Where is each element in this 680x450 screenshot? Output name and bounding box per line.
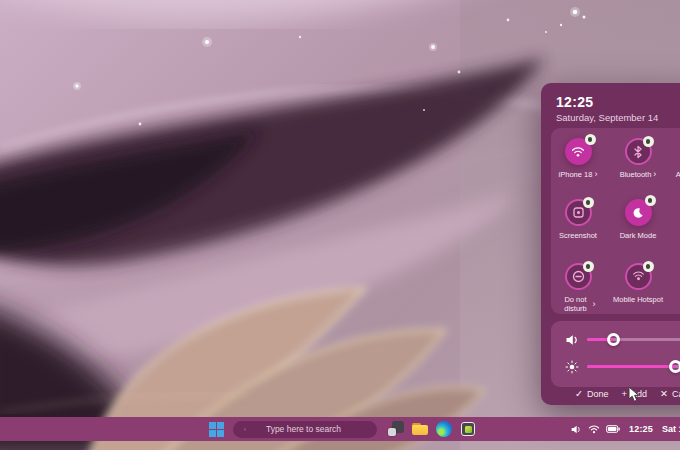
bluetooth-icon [625,138,652,165]
mobile-hotspot-icon [625,263,652,290]
panel-clock: 12:25 [556,94,593,110]
plus-icon: + [621,388,627,399]
tile-label: Airplane mode [676,170,680,179]
tile-do-not-disturb[interactable]: Do not disturb› [546,263,610,313]
tile-badge-icon [585,134,596,145]
tile-label: Mobile Hotspot [613,295,663,304]
system-tray: 12:25 Sat 14 [570,417,680,441]
quick-settings-panel: 12:25 Saturday, September 14 iPhone 18› … [541,83,680,405]
tile-label: Dark Mode [620,231,657,240]
brightness-slider[interactable] [551,356,680,378]
tile-badge-icon [645,195,656,206]
volume-track[interactable] [587,338,680,341]
sliders-card [551,321,680,387]
desktop: 12:25 Saturday, September 14 iPhone 18› … [0,0,680,450]
screenshot-icon [565,199,592,226]
task-view-icon[interactable] [388,421,404,437]
speaker-icon [565,333,579,347]
mouse-cursor [628,386,641,403]
tray-status-icons[interactable] [570,424,620,435]
close-icon: ✕ [660,388,668,399]
tile-badge-icon [643,261,654,272]
brightness-fill [587,365,676,368]
tile-screenshot[interactable]: Screenshot [546,199,610,240]
tile-label: Do not disturb [561,295,591,313]
tile-dark-mode[interactable]: Dark Mode [606,199,670,240]
check-icon: ✓ [575,388,583,399]
panel-date: Saturday, September 14 [556,112,658,123]
file-explorer-icon[interactable] [412,421,428,437]
start-button[interactable] [209,422,224,437]
tile-iphone18[interactable]: iPhone 18› [546,138,610,179]
taskbar-apps [388,420,476,438]
tray-wifi-icon [588,424,600,434]
tray-date[interactable]: Sat 14 [662,424,680,434]
brightness-knob[interactable] [669,360,680,373]
chevron-right-icon: › [594,170,597,179]
volume-knob[interactable] [607,333,620,346]
cancel-button[interactable]: ✕Cancel [660,388,680,399]
tile-badge-icon [583,261,594,272]
volume-slider[interactable] [551,329,680,351]
do-not-disturb-icon [565,263,592,290]
tile-label: iPhone 18 [559,170,593,179]
moon-icon [625,199,652,226]
chevron-right-icon: › [593,300,596,309]
tile-mobile-hotspot[interactable]: Mobile Hotspot [606,263,670,304]
tile-bluetooth[interactable]: Bluetooth› [606,138,670,179]
wifi-icon [565,138,592,165]
tile-badge-icon [583,197,594,208]
tile-airplane-mode[interactable]: Airplane mode [668,138,680,179]
tray-clock[interactable]: 12:25 [629,424,653,434]
search-input[interactable] [246,423,377,435]
tile-label: Bluetooth [620,170,652,179]
done-button[interactable]: ✓Done [575,388,608,399]
chevron-right-icon: › [653,170,656,179]
sun-icon [565,360,579,374]
tray-volume-icon [570,424,582,435]
taskbar: 12:25 Sat 14 [0,417,680,441]
tile-badge-icon [643,136,654,147]
edge-browser-icon[interactable] [436,421,452,437]
photos-app-icon[interactable] [460,421,476,437]
tile-label: Screenshot [559,231,597,240]
search-bar[interactable] [233,421,377,438]
brightness-track[interactable] [587,365,680,368]
tray-battery-icon [606,425,620,433]
